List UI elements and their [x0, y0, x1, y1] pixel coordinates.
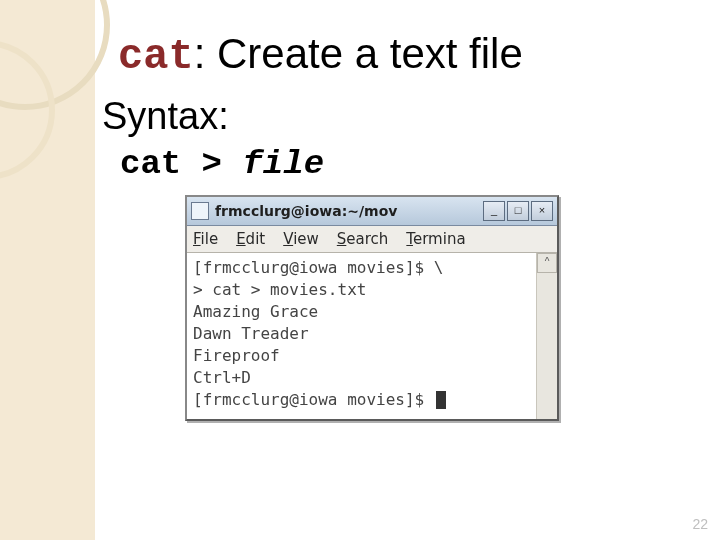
maximize-button[interactable]: □	[507, 201, 529, 221]
close-button[interactable]: ×	[531, 201, 553, 221]
terminal-output[interactable]: [frmcclurg@iowa movies]$ \ > cat > movie…	[187, 253, 536, 419]
menu-bar: File Edit View Search Termina	[187, 226, 557, 253]
menu-view[interactable]: View	[283, 230, 319, 248]
window-title: frmcclurg@iowa:~/mov	[215, 203, 483, 219]
terminal-body: [frmcclurg@iowa movies]$ \ > cat > movie…	[187, 253, 557, 419]
window-buttons: _ □ ×	[483, 201, 553, 221]
terminal-line: Ctrl+D	[193, 368, 251, 387]
scroll-up-button[interactable]: ^	[537, 253, 557, 273]
menu-edit[interactable]: Edit	[236, 230, 265, 248]
terminal-line: Fireproof	[193, 346, 280, 365]
terminal-line: Dawn Treader	[193, 324, 309, 343]
slide-title: cat: Create a text file	[118, 30, 523, 81]
terminal-line: > cat > movies.txt	[193, 280, 366, 299]
minimize-button[interactable]: _	[483, 201, 505, 221]
title-text: : Create a text file	[194, 30, 523, 77]
syntax-command: cat >	[120, 145, 242, 183]
terminal-line: [frmcclurg@iowa movies]$ \	[193, 258, 443, 277]
menu-search[interactable]: Search	[337, 230, 389, 248]
terminal-window: frmcclurg@iowa:~/mov _ □ × File Edit Vie…	[185, 195, 559, 421]
menu-terminal[interactable]: Termina	[406, 230, 465, 248]
syntax-argument: file	[242, 145, 324, 183]
terminal-line: Amazing Grace	[193, 302, 318, 321]
terminal-line: [frmcclurg@iowa movies]$	[193, 390, 434, 409]
slide: cat: Create a text file Syntax: cat > fi…	[0, 0, 720, 540]
title-command: cat	[118, 33, 194, 81]
page-number: 22	[692, 516, 708, 532]
syntax-code: cat > file	[120, 145, 324, 183]
scrollbar[interactable]: ^	[536, 253, 557, 419]
cursor-icon	[436, 391, 446, 409]
syntax-heading: Syntax:	[102, 95, 229, 138]
window-titlebar[interactable]: frmcclurg@iowa:~/mov _ □ ×	[187, 197, 557, 226]
window-icon	[191, 202, 209, 220]
menu-file[interactable]: File	[193, 230, 218, 248]
